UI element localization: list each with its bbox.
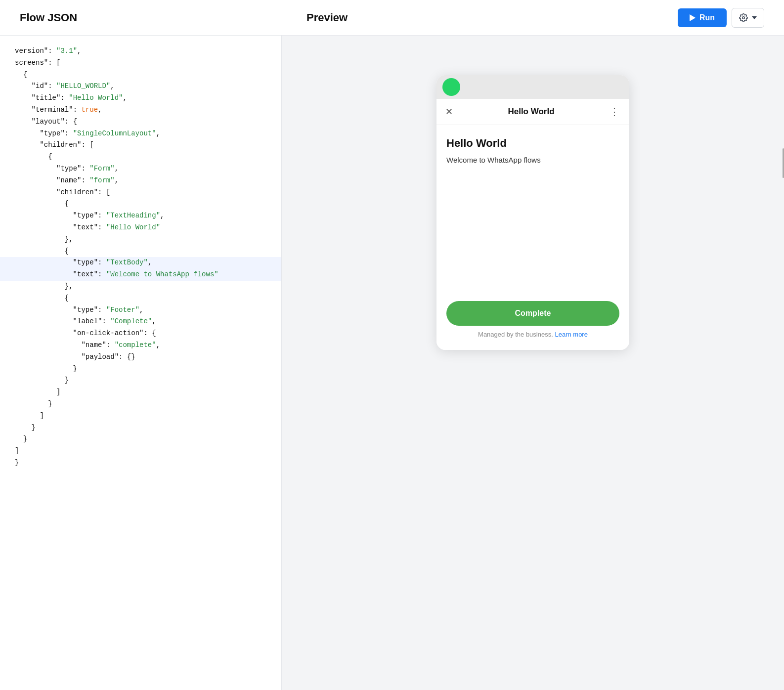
- json-line: "title": "Hello World",: [15, 92, 281, 104]
- json-line: "text": "Welcome to WhatsApp flows": [15, 269, 282, 281]
- run-button-label: Run: [699, 13, 715, 22]
- managed-text: Managed by the business. Learn more: [446, 326, 619, 346]
- json-line: {: [15, 69, 281, 81]
- chat-footer: Complete Managed by the business. Learn …: [436, 293, 629, 350]
- json-line: }: [15, 422, 281, 434]
- json-line: "text": "Hello World": [15, 222, 281, 234]
- json-line: }: [15, 363, 281, 375]
- json-line: {: [15, 246, 281, 258]
- close-button[interactable]: ✕: [445, 106, 453, 117]
- json-line: },: [15, 281, 281, 293]
- json-line: },: [15, 234, 281, 246]
- phone-top-bar: [436, 75, 629, 99]
- json-line: ]: [15, 410, 281, 422]
- avatar: [442, 78, 460, 96]
- chat-body: Hello World Welcome to WhatsApp flows: [436, 125, 629, 293]
- json-line: "id": "HELLO_WORLD",: [15, 81, 281, 92]
- json-line: "type": "Form",: [15, 163, 281, 175]
- json-line: {: [15, 198, 281, 210]
- page-title: Flow JSON: [20, 11, 77, 24]
- preview-label: Preview: [306, 11, 348, 24]
- json-editor-panel[interactable]: version": "3.1", screens": [ { "id": "HE…: [0, 36, 282, 690]
- gear-icon: [739, 13, 748, 22]
- run-button[interactable]: Run: [678, 8, 727, 27]
- json-line: "layout": {: [15, 116, 281, 128]
- json-line: }: [15, 433, 281, 445]
- phone-mockup: ✕ Hello World ⋮ Hello World Welcome to W…: [436, 75, 629, 350]
- json-line: "type": "TextHeading",: [15, 210, 281, 222]
- chat-body-heading: Hello World: [446, 137, 619, 150]
- json-line: ]: [15, 387, 281, 398]
- json-line: "name": "complete",: [15, 340, 281, 351]
- json-line: "label": "Complete",: [15, 316, 281, 328]
- chat-header: ✕ Hello World ⋮: [436, 99, 629, 125]
- json-line: "type": "Footer",: [15, 304, 281, 316]
- json-line: screens": [: [15, 57, 281, 69]
- json-line: }: [15, 457, 281, 469]
- json-line: "type": "SingleColumnLayout",: [15, 128, 281, 140]
- settings-button[interactable]: [732, 8, 764, 28]
- json-line: "children": [: [15, 187, 281, 199]
- json-line: {: [15, 293, 281, 304]
- json-line: "children": [: [15, 139, 281, 151]
- json-highlighted-line: "type": "TextBody", "text": "Welcome to …: [0, 257, 282, 281]
- play-icon: [690, 14, 696, 21]
- learn-more-link[interactable]: Learn more: [555, 331, 587, 338]
- json-line: {: [15, 151, 281, 163]
- chat-body-text: Welcome to WhatsApp flows: [446, 156, 619, 164]
- top-bar: Flow JSON Preview Run: [0, 0, 784, 36]
- top-bar-left: Flow JSON: [20, 11, 77, 24]
- json-line: version": "3.1",: [15, 45, 281, 57]
- more-options-button[interactable]: ⋮: [610, 106, 620, 118]
- json-line: }: [15, 398, 281, 410]
- complete-button[interactable]: Complete: [446, 301, 619, 326]
- top-bar-right: Run: [678, 8, 764, 28]
- managed-by-label: Managed by the business.: [478, 331, 553, 338]
- json-line: "on-click-action": {: [15, 328, 281, 340]
- json-line: "payload": {}: [15, 351, 281, 363]
- json-line: "type": "TextBody",: [15, 257, 282, 269]
- main-content: version": "3.1", screens": [ { "id": "HE…: [0, 36, 784, 690]
- chat-header-title: Hello World: [508, 107, 554, 117]
- json-line: ]: [15, 445, 281, 457]
- json-line: "terminal": true,: [15, 104, 281, 116]
- json-line: "name": "form",: [15, 175, 281, 187]
- svg-point-0: [742, 16, 745, 19]
- json-line: }: [15, 375, 281, 387]
- preview-panel: ✕ Hello World ⋮ Hello World Welcome to W…: [282, 36, 784, 690]
- chevron-down-icon: [752, 16, 757, 19]
